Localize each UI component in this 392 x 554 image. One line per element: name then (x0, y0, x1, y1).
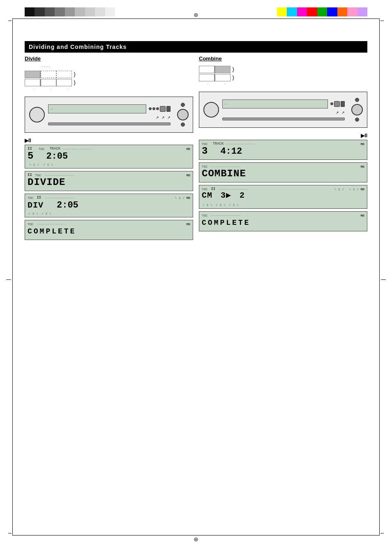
page-border-left (12, 18, 13, 536)
ds-square-btn (160, 106, 166, 112)
tick-marks-top: ` ` ` ` (25, 66, 193, 70)
bar-seg-7 (85, 7, 95, 16)
bar-seg-2 (35, 7, 44, 16)
rlcd4-complete: COMPLETE (202, 218, 250, 228)
rlcd1-row1: TOC TRACK ··················· MD (202, 141, 364, 146)
lcd4-md: MD (186, 222, 190, 226)
ds-slot-r (222, 118, 345, 120)
ds-center-left: ··· ↗ ↗ ↗ (48, 104, 171, 125)
bar-seg-9 (105, 7, 115, 16)
rlcd2-main: COMBINE (202, 169, 246, 179)
track-arrow-1: ⟩ (74, 71, 76, 78)
track-row-1: ⟩ (25, 71, 193, 78)
right-track-row-2: ⟩ (199, 74, 367, 81)
ds-dot-btn-1 (149, 107, 152, 110)
right-ds-circle (203, 102, 219, 118)
ds-knob-right[interactable] (351, 104, 363, 115)
bar-color-2 (287, 7, 297, 16)
lcd4-dots: ··················· (37, 222, 184, 226)
bar-seg-6 (75, 7, 85, 16)
rlcd1-dots: ··················· (225, 142, 359, 146)
page-border-right (379, 18, 380, 536)
track-cell-2a (25, 79, 40, 86)
lcd1-row1: II TOC TRACK ··················· MD (28, 146, 190, 151)
left-section: Divide ` ` ` ` ⟩ ⟩ · · · (25, 55, 193, 242)
rlcd3-dots: ··················· (219, 187, 332, 191)
right-track-cell-2b (215, 74, 231, 81)
bar-seg-3 (45, 7, 55, 16)
lcd3-time: 2:05 (57, 200, 78, 210)
right-lcd-4: TOC ··················· MD COMPLETE (199, 211, 367, 231)
ds-knob-left[interactable] (177, 109, 189, 120)
lcd1-mark1: \ 1 / (29, 163, 39, 166)
ds-r-arrow-2: ↗ (341, 111, 345, 115)
lcd4-row1: TOC ··················· MD (28, 222, 190, 226)
rlcd3-submarks: / 1 \ / 1 \ / 1 \ (202, 203, 364, 207)
margin-tick-lb (8, 533, 12, 533)
lcd4-toc: TOC (28, 222, 33, 226)
ds-dot-btn-3 (156, 107, 159, 110)
bar-seg-1 (25, 7, 35, 16)
ds-square-r (334, 101, 340, 107)
lcd3-row1: TOC II ··················· \ 1 / MD (28, 195, 190, 200)
bar-color-6 (327, 7, 337, 16)
lcd1-track: TRACK (49, 147, 60, 151)
bar-seg-5 (65, 7, 75, 16)
rlcd3-marks2: \ 1 / (349, 187, 359, 191)
rlcd4-row2: COMPLETE (202, 218, 364, 229)
mid-left-tick (6, 279, 11, 280)
lcd4-complete: COMPLETE (28, 226, 76, 236)
ds-display-r: ··· (222, 99, 328, 108)
lcd3-dots: ··················· (44, 196, 173, 200)
right-track-diagram: ⟩ ⟩ · · (199, 66, 367, 86)
bar-color-1 (277, 7, 287, 16)
left-lcd-2: II TOC ··················· MD DIVIDE (25, 171, 193, 191)
rlcd3-mark3: / 1 \ (229, 203, 239, 207)
rlcd4-md: MD (360, 214, 364, 217)
right-section-label: Combine (199, 55, 367, 62)
right-lcd-1: TOC TRACK ··················· MD 3 4:12 (199, 140, 367, 160)
lcd4-row2: COMPLETE (28, 226, 190, 238)
rlcd2-row2: COMBINE (202, 169, 364, 180)
margin-tick-lt (8, 21, 12, 21)
left-lcd-4: TOC ··················· MD COMPLETE (25, 220, 193, 240)
track-row-2: ⟩ (25, 79, 193, 86)
lcd1-track-num: 5 (28, 151, 34, 161)
header-bar: Dividing and Combining Tracks (25, 41, 367, 53)
ds-right-right (351, 98, 363, 122)
margin-tick-rb (380, 533, 384, 533)
lcd3-pause: II (37, 196, 41, 200)
left-track-diagram: ` ` ` ` ⟩ ⟩ · · · (25, 66, 193, 91)
ds-small-circle-2 (181, 122, 185, 127)
right-track-cell-1b (215, 66, 231, 73)
right-device-schematic: ··· ↗ ↗ (199, 92, 367, 128)
lcd2-dots: ··················· (44, 173, 184, 177)
right-track-row-1: ⟩ (199, 66, 367, 73)
rlcd3-track: 3▶ (221, 192, 231, 200)
lcd1-mark2: / 1 \ (43, 163, 53, 166)
bar-seg-4 (55, 7, 65, 16)
left-play-pause: ▶II (25, 138, 193, 143)
lcd1-time: 2:05 (46, 151, 68, 162)
left-lcd-3: TOC II ··················· \ 1 / MD DIV … (25, 194, 193, 217)
lcd1-md: MD (186, 147, 190, 151)
track-cell-1b (41, 71, 56, 78)
rlcd2-md: MD (360, 165, 364, 169)
bar-color-5 (317, 7, 327, 16)
lcd2-main: DIVIDE (28, 178, 65, 187)
page-border-bottom (12, 535, 380, 536)
rlcd4-dots: ··················· (211, 214, 359, 217)
bottom-crosshair: ⊕ (194, 536, 198, 542)
lcd3-submarks: / 1 \ / 1 \ (28, 212, 190, 215)
rlcd3-md: MD (360, 187, 364, 191)
rlcd3-num: 2 (240, 192, 245, 200)
track-cell-2c (56, 79, 72, 86)
ds-arrow-row: ↗ ↗ ↗ (48, 115, 171, 120)
bar-color-7 (337, 7, 347, 16)
lcd1-toc: TOC (39, 147, 44, 151)
track-cell-1a (25, 71, 40, 78)
rlcd1-time: 4:12 (220, 146, 242, 157)
ds-display-text-r: ··· (224, 102, 228, 106)
right-lcd-2: TOC ··················· MD COMBINE (199, 162, 367, 182)
ds-r-small-2 (355, 118, 359, 122)
